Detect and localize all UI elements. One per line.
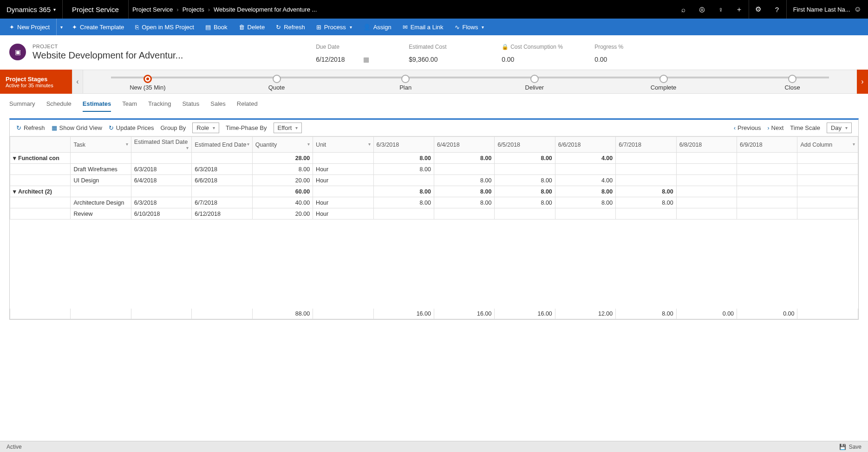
table-row[interactable]: Draft Wireframes 6/3/2018 6/3/2018 8.00 …: [10, 164, 858, 175]
book-button[interactable]: ▤Book: [201, 19, 232, 35]
new-project-button[interactable]: ✦New Project: [5, 19, 54, 35]
column-header-expand[interactable]: [10, 137, 71, 153]
cell-day[interactable]: [737, 197, 797, 208]
cell-day[interactable]: 8.00: [555, 197, 615, 208]
due-date-value[interactable]: 6/12/2018: [316, 56, 345, 63]
stage-next-button[interactable]: ›: [857, 70, 868, 94]
group-row[interactable]: ▾Architect (2) 60.00 8.00 8.00 8.00 8.00…: [10, 186, 858, 197]
cell-day[interactable]: [676, 164, 737, 175]
search-icon[interactable]: ⌕: [674, 0, 693, 19]
create-template-button[interactable]: ✦Create Template: [67, 19, 129, 35]
cell-day[interactable]: [495, 208, 555, 220]
stage-deliver[interactable]: Deliver: [470, 73, 599, 91]
cell-day[interactable]: 8.00: [434, 197, 494, 208]
cell-day[interactable]: 4.00: [555, 175, 615, 186]
column-header-date[interactable]: 6/7/2018: [616, 137, 676, 153]
cell-day[interactable]: [434, 208, 494, 220]
user-menu[interactable]: First Name Last Na... ☺: [786, 0, 868, 19]
collapse-icon[interactable]: ▾: [13, 188, 16, 195]
cell-day[interactable]: [737, 164, 797, 175]
breadcrumb-item[interactable]: Website Development for Adventure ...: [214, 6, 317, 13]
next-button[interactable]: ›Next: [768, 124, 784, 131]
add-icon[interactable]: ＋: [730, 0, 749, 19]
cell-day[interactable]: [676, 197, 737, 208]
cell-quantity[interactable]: 8.00: [252, 164, 313, 175]
column-header-date[interactable]: 6/6/2018: [555, 137, 615, 153]
stage-plan[interactable]: Plan: [341, 73, 470, 91]
delete-button[interactable]: 🗑Delete: [234, 19, 270, 35]
cell-task[interactable]: Draft Wireframes: [71, 164, 131, 175]
update-prices-button[interactable]: ↻Update Prices: [109, 124, 154, 131]
column-header-date[interactable]: 6/9/2018: [737, 137, 797, 153]
cell-end[interactable]: 6/12/2018: [192, 208, 252, 220]
column-header-date[interactable]: 6/5/2018: [495, 137, 555, 153]
target-icon[interactable]: ◎: [693, 0, 711, 19]
brand-menu[interactable]: Dynamics 365 ▾: [0, 0, 62, 19]
tab-team[interactable]: Team: [122, 100, 137, 112]
cell-day[interactable]: [616, 164, 676, 175]
cell-day[interactable]: [555, 164, 615, 175]
column-header-quantity[interactable]: Quantity▾: [252, 137, 313, 153]
cell-task[interactable]: UI Design: [71, 175, 131, 186]
column-header-date[interactable]: 6/3/2018: [373, 137, 434, 153]
column-header-add[interactable]: Add Column▾: [797, 137, 858, 153]
calendar-icon[interactable]: ▦: [363, 56, 369, 63]
cell-day[interactable]: 8.00: [373, 164, 434, 175]
refresh-button[interactable]: ↻Refresh: [271, 19, 310, 35]
cell-day[interactable]: 8.00: [373, 197, 434, 208]
cell-day[interactable]: [495, 164, 555, 175]
cell-start[interactable]: 6/10/2018: [131, 208, 191, 220]
stage-complete[interactable]: Complete: [599, 73, 728, 91]
tab-tracking[interactable]: Tracking: [148, 100, 171, 112]
cell-end[interactable]: 6/6/2018: [192, 175, 252, 186]
cell-end[interactable]: 6/3/2018: [192, 164, 252, 175]
column-header-unit[interactable]: Unit▾: [313, 137, 373, 153]
collapse-icon[interactable]: ▾: [13, 155, 16, 161]
cell-unit[interactable]: Hour: [313, 197, 373, 208]
stage-close[interactable]: Close: [728, 73, 857, 91]
email-link-button[interactable]: ✉Email a Link: [398, 19, 448, 35]
gear-icon[interactable]: ⚙: [749, 0, 768, 19]
breadcrumb-item[interactable]: Project Service: [132, 6, 173, 13]
tab-sales[interactable]: Sales: [210, 100, 226, 112]
cell-day[interactable]: [616, 175, 676, 186]
flows-button[interactable]: ∿Flows▾: [450, 19, 489, 35]
previous-button[interactable]: ‹Previous: [734, 124, 761, 131]
lightbulb-icon[interactable]: ♀: [711, 0, 730, 19]
group-by-select[interactable]: Role▾: [192, 123, 219, 133]
table-row[interactable]: Review 6/10/2018 6/12/2018 20.00 Hour: [10, 208, 858, 220]
cell-day[interactable]: [373, 208, 434, 220]
tab-related[interactable]: Related: [237, 100, 258, 112]
cell-day[interactable]: 8.00: [616, 197, 676, 208]
breadcrumb-item[interactable]: Projects: [183, 6, 204, 13]
show-grid-view-button[interactable]: ▦Show Grid View: [52, 124, 102, 131]
cell-task[interactable]: Architecture Design: [71, 197, 131, 208]
cell-quantity[interactable]: 20.00: [252, 175, 313, 186]
cell-day[interactable]: 8.00: [495, 197, 555, 208]
column-header-date[interactable]: 6/8/2018: [676, 137, 737, 153]
cell-unit[interactable]: Hour: [313, 208, 373, 220]
cell-day[interactable]: [616, 208, 676, 220]
cell-day[interactable]: [676, 208, 737, 220]
cell-quantity[interactable]: 20.00: [252, 208, 313, 220]
stage-quote[interactable]: Quote: [212, 73, 341, 91]
cell-task[interactable]: Review: [71, 208, 131, 220]
column-header-date[interactable]: 6/4/2018: [434, 137, 494, 153]
cell-unit[interactable]: Hour: [313, 164, 373, 175]
cell-unit[interactable]: Hour: [313, 175, 373, 186]
stage-new[interactable]: New (35 Min): [83, 73, 212, 91]
tab-summary[interactable]: Summary: [9, 100, 35, 112]
tab-estimates[interactable]: Estimates: [83, 100, 111, 112]
new-project-dropdown[interactable]: ▾: [56, 19, 65, 35]
cell-start[interactable]: 6/3/2018: [131, 197, 191, 208]
cell-day[interactable]: [737, 208, 797, 220]
cell-day[interactable]: 8.00: [495, 175, 555, 186]
cell-day[interactable]: [434, 164, 494, 175]
cell-quantity[interactable]: 40.00: [252, 197, 313, 208]
time-phase-select[interactable]: Effort▾: [274, 123, 302, 133]
assign-button[interactable]: 👤Assign: [359, 19, 396, 35]
open-ms-project-button[interactable]: ⎘Open in MS Project: [131, 19, 199, 35]
help-icon[interactable]: ?: [768, 0, 786, 19]
cell-day[interactable]: [737, 175, 797, 186]
column-header-task[interactable]: Task▾: [71, 137, 131, 153]
